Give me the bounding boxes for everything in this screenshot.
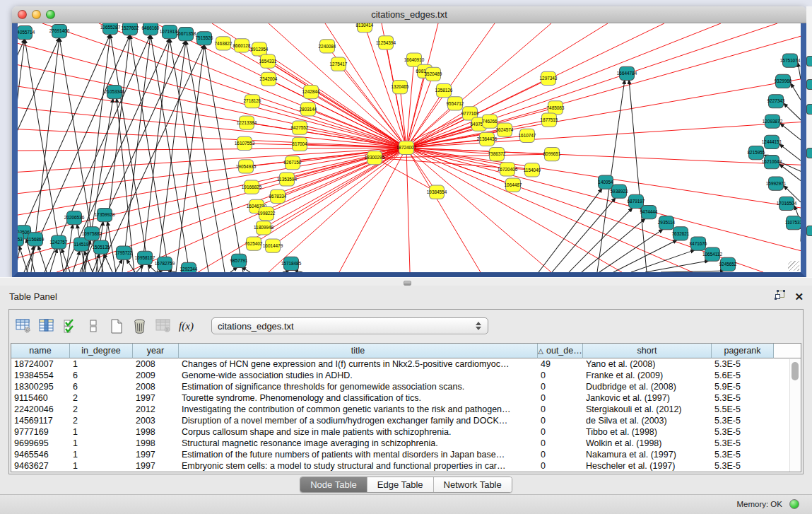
table-row[interactable]: 1938455462009Genome-wide association stu… bbox=[11, 370, 801, 381]
graph-node[interactable]: 15992971 bbox=[766, 177, 787, 190]
graph-node[interactable]: 10975887 bbox=[82, 227, 102, 240]
graph-node[interactable]: 18724007 bbox=[396, 141, 417, 154]
column-header-title[interactable]: title bbox=[179, 344, 538, 358]
graph-node[interactable]: 34055714 bbox=[18, 26, 35, 40]
graph-node[interactable]: 9245652 bbox=[719, 257, 737, 271]
graph-node[interactable]: 7625402 bbox=[245, 237, 263, 250]
show-columns-icon[interactable] bbox=[37, 316, 56, 336]
graph-node[interactable]: 9329966 bbox=[775, 74, 792, 88]
table-row[interactable]: 2242004622012Investigating the contribut… bbox=[11, 404, 801, 415]
column-header-out-degree[interactable]: △ out_de… bbox=[538, 344, 583, 358]
graph-node[interactable]: 16014479 bbox=[263, 239, 283, 252]
memory-ok-indicator[interactable] bbox=[789, 499, 799, 509]
graph-node[interactable]: 1610747 bbox=[519, 129, 536, 142]
graph-node[interactable]: 15718485 bbox=[281, 257, 302, 270]
graph-node[interactable]: 7463822 bbox=[215, 37, 233, 50]
zoom-window-button[interactable] bbox=[46, 10, 55, 19]
graph-node[interactable]: 1795722 bbox=[115, 246, 133, 259]
graph-node[interactable]: 8912954 bbox=[251, 42, 269, 56]
graph-node[interactable]: 1998222 bbox=[258, 206, 276, 220]
graph-node[interactable]: 27691406 bbox=[49, 25, 70, 38]
graph-node[interactable]: 9554712 bbox=[447, 97, 464, 110]
graph-node[interactable]: 140954 bbox=[598, 175, 613, 189]
graph-node[interactable]: 1242757 bbox=[50, 235, 68, 249]
graph-node[interactable]: 17359928 bbox=[95, 208, 115, 221]
graph-node[interactable]: 2342004 bbox=[260, 72, 278, 86]
graph-node[interactable]: 1156869 bbox=[27, 233, 45, 246]
graph-node[interactable]: 2803144 bbox=[300, 103, 317, 116]
graph-node[interactable]: 1654331 bbox=[259, 54, 277, 68]
graph-node[interactable]: 16644784 bbox=[617, 66, 637, 80]
graph-node[interactable]: 11809948 bbox=[254, 221, 273, 235]
select-all-icon[interactable] bbox=[60, 316, 79, 336]
graph-node[interactable]: 8678334 bbox=[269, 189, 287, 203]
table-row[interactable]: 969969511998Structural magnetic resonanc… bbox=[11, 438, 801, 449]
graph-node[interactable]: 7515526 bbox=[196, 32, 213, 45]
scrollbar-thumb[interactable] bbox=[792, 362, 799, 380]
tab-edge-table[interactable]: Edge Table bbox=[367, 477, 434, 492]
graph-node[interactable]: 10958107 bbox=[135, 251, 155, 264]
graph-node[interactable]: 8660128 bbox=[233, 39, 251, 52]
new-column-icon[interactable] bbox=[107, 316, 126, 336]
graph-node[interactable]: 19384554 bbox=[427, 185, 447, 199]
graph-node[interactable]: 12093872 bbox=[763, 115, 783, 128]
graph-node[interactable]: 1242844 bbox=[302, 85, 320, 98]
network-canvas[interactable]: 3405571427691406106552871527602646616010… bbox=[18, 23, 801, 272]
graph-node[interactable]: 16720406 bbox=[498, 163, 518, 176]
graph-node[interactable]: 17016504 bbox=[777, 197, 797, 210]
network-window[interactable]: citations_edges.txt 34055714276914061065… bbox=[12, 6, 806, 277]
graph-node[interactable]: 8215955 bbox=[748, 146, 765, 159]
graph-node[interactable]: 11254394 bbox=[376, 36, 396, 49]
column-header-name[interactable]: name bbox=[11, 344, 70, 358]
graph-node[interactable]: 16782759 bbox=[155, 257, 175, 270]
graph-node[interactable]: 39153 bbox=[18, 233, 24, 246]
network-view[interactable]: 3405571427691406106552871527602646616010… bbox=[12, 23, 806, 278]
delete-column-icon[interactable] bbox=[130, 316, 149, 336]
graph-node[interactable]: 16210643 bbox=[762, 156, 782, 169]
graph-node[interactable]: 20206536 bbox=[64, 211, 85, 225]
table-settings-icon[interactable] bbox=[13, 316, 33, 336]
graph-node[interactable]: 8099651 bbox=[543, 147, 561, 160]
graph-node[interactable]: 1107533 bbox=[785, 216, 801, 230]
divider-grabber-icon[interactable] bbox=[404, 281, 411, 286]
graph-node[interactable]: 8471676 bbox=[690, 237, 707, 250]
table-row[interactable]: 977716911998Corpus callosum shape and si… bbox=[11, 426, 801, 438]
graph-node[interactable]: 18300295 bbox=[365, 151, 385, 165]
graph-node[interactable]: 9474444 bbox=[640, 205, 658, 218]
graph-node[interactable]: 2718126 bbox=[244, 95, 261, 108]
close-window-button[interactable] bbox=[18, 10, 27, 19]
table-row[interactable]: 1872400712008Changes of HCN gene express… bbox=[11, 358, 801, 370]
table-row[interactable]: 1456911722003Disruption of a novel membe… bbox=[11, 415, 801, 426]
graph-node[interactable]: 2935114 bbox=[658, 216, 676, 230]
column-header-year[interactable]: year bbox=[133, 344, 179, 358]
function-builder-icon[interactable]: f(x) bbox=[177, 316, 196, 336]
graph-node[interactable]: 1320465 bbox=[392, 80, 409, 93]
graph-node[interactable]: 9227343 bbox=[767, 95, 785, 108]
table-row[interactable]: 946554611997Estimation of the future num… bbox=[11, 449, 801, 460]
graph-node[interactable]: 7485083 bbox=[547, 101, 565, 115]
graph-node[interactable]: 8267150 bbox=[284, 156, 302, 170]
graph-node[interactable]: 2240084 bbox=[319, 40, 336, 53]
graph-node[interactable]: 9857791 bbox=[230, 254, 248, 267]
graph-node[interactable]: 19054935 bbox=[236, 160, 257, 173]
graph-node[interactable]: 1292344 bbox=[180, 262, 198, 272]
tab-network-table[interactable]: Network Table bbox=[434, 477, 512, 492]
graph-node[interactable]: 1358126 bbox=[435, 83, 453, 97]
graph-node[interactable]: 6466160 bbox=[142, 23, 160, 35]
minimize-window-button[interactable] bbox=[32, 10, 41, 19]
column-header-in-degree[interactable]: in_degree bbox=[70, 344, 133, 358]
graph-node[interactable]: 1275417 bbox=[330, 57, 348, 71]
graph-node[interactable]: 15751074 bbox=[780, 54, 801, 67]
graph-node[interactable]: 8130414 bbox=[356, 23, 374, 33]
graph-node[interactable]: 12444151 bbox=[762, 135, 782, 148]
table-row[interactable]: 946362711997Embryonic stem cells: a mode… bbox=[11, 460, 801, 472]
graph-node[interactable]: 1154049 bbox=[524, 163, 541, 177]
graph-node[interactable]: 1064487 bbox=[505, 178, 522, 192]
graph-node[interactable]: 1297343 bbox=[540, 71, 558, 85]
graph-node[interactable]: 19166825 bbox=[242, 180, 262, 194]
graph-node[interactable]: 21053346 bbox=[105, 85, 125, 98]
graph-node[interactable]: 7632621 bbox=[672, 227, 690, 240]
graph-node[interactable]: 1877515 bbox=[541, 113, 558, 127]
tab-node-table[interactable]: Node Table bbox=[300, 477, 367, 492]
graph-node[interactable]: 1527602 bbox=[122, 23, 139, 35]
